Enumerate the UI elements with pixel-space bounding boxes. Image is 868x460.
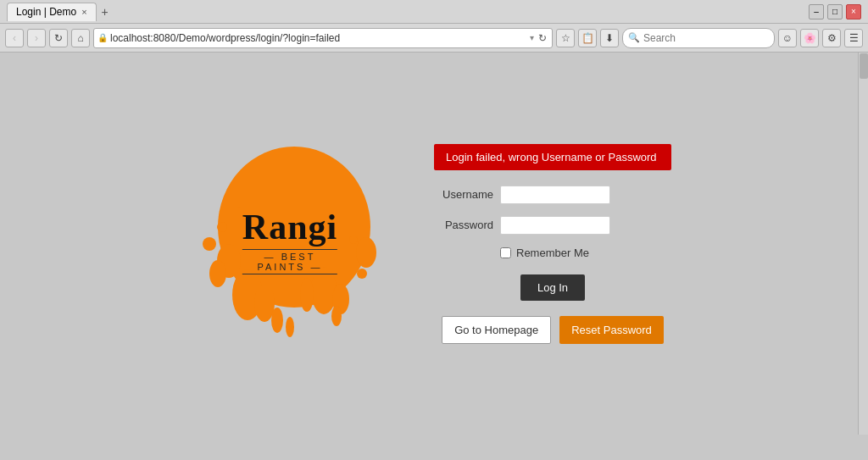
refresh-button[interactable]: ↻ [49, 29, 68, 47]
remember-row: Remember Me [500, 247, 671, 259]
lock-icon: 🔒 [97, 33, 108, 42]
remember-checkbox[interactable] [500, 247, 511, 258]
toolbar-icon-2[interactable]: 🌸 [800, 29, 819, 47]
svg-point-15 [236, 207, 242, 213]
toolbar-icon-1[interactable]: ☺ [778, 29, 797, 47]
maximize-button[interactable]: □ [827, 4, 843, 19]
new-tab-button[interactable]: + [97, 3, 114, 20]
forward-button[interactable]: › [27, 29, 46, 47]
nav-bar: ‹ › ↻ ⌂ 🔒 ▾ ↻ ☆ 📋 ⬇ 🔍 ☺ 🌸 ⚙ ☰ [0, 24, 868, 53]
tab-close-button[interactable]: × [81, 7, 86, 17]
svg-point-16 [357, 269, 367, 279]
svg-point-8 [203, 237, 216, 251]
close-button[interactable]: × [846, 4, 861, 19]
svg-point-9 [217, 222, 227, 232]
logo-text: Rangi — BEST PAINTS — [242, 207, 337, 274]
svg-point-14 [349, 236, 358, 244]
gear-icon[interactable]: ⚙ [822, 29, 841, 47]
svg-point-12 [286, 317, 294, 337]
title-bar: Login | Demo × + – □ × [0, 0, 868, 24]
bookmark-add-icon[interactable]: 📋 [578, 29, 597, 47]
logo-tagline: — BEST PAINTS — [242, 249, 337, 274]
browser-tab[interactable]: Login | Demo × [7, 3, 97, 21]
search-icon: 🔍 [628, 32, 640, 43]
page-content: Rangi — BEST PAINTS — Login failed, wron… [0, 53, 868, 435]
password-row: Password [434, 216, 671, 235]
scrollbar[interactable] [858, 53, 868, 435]
download-icon[interactable]: ⬇ [600, 29, 619, 47]
tab-title: Login | Demo [16, 6, 76, 18]
back-button[interactable]: ‹ [5, 29, 24, 47]
scrollbar-thumb[interactable] [860, 53, 868, 79]
svg-point-7 [209, 260, 226, 287]
username-row: Username [434, 186, 671, 204]
username-input[interactable] [500, 186, 610, 204]
error-banner: Login failed, wrong Username or Password [434, 144, 671, 170]
url-input[interactable] [110, 32, 527, 44]
window-controls: – □ × [809, 4, 861, 19]
homepage-button[interactable]: Go to Homepage [442, 316, 551, 344]
svg-point-10 [356, 237, 376, 268]
svg-point-5 [300, 278, 314, 312]
minimize-button[interactable]: – [809, 4, 824, 19]
home-button[interactable]: ⌂ [71, 29, 90, 47]
login-button[interactable]: Log In [520, 274, 585, 301]
logo-section: Rangi — BEST PAINTS — [197, 125, 383, 363]
svg-point-11 [271, 308, 283, 333]
password-input[interactable] [500, 216, 610, 235]
bookmark-icon[interactable]: ☆ [556, 29, 575, 47]
login-btn-row: Log In [434, 274, 671, 301]
remember-label: Remember Me [516, 247, 589, 259]
browser-chrome: Login | Demo × + – □ × ‹ › ↻ ⌂ 🔒 ▾ ↻ ☆ 📋… [0, 0, 868, 53]
password-label: Password [434, 219, 493, 231]
menu-icon[interactable]: ☰ [844, 29, 863, 47]
svg-point-13 [331, 306, 342, 326]
reset-password-button[interactable]: Reset Password [559, 316, 664, 344]
search-input[interactable] [643, 32, 762, 44]
dropdown-icon[interactable]: ▾ [530, 33, 534, 42]
login-form: Login failed, wrong Username or Password… [434, 144, 671, 344]
action-row: Go to Homepage Reset Password [434, 316, 671, 344]
username-label: Username [434, 188, 493, 201]
url-refresh-icon[interactable]: ↻ [537, 32, 548, 44]
search-bar-container: 🔍 [622, 28, 775, 48]
url-bar-container: 🔒 ▾ ↻ [93, 28, 553, 48]
login-container: Rangi — BEST PAINTS — Login failed, wron… [180, 108, 688, 380]
logo-brand: Rangi [242, 207, 337, 247]
